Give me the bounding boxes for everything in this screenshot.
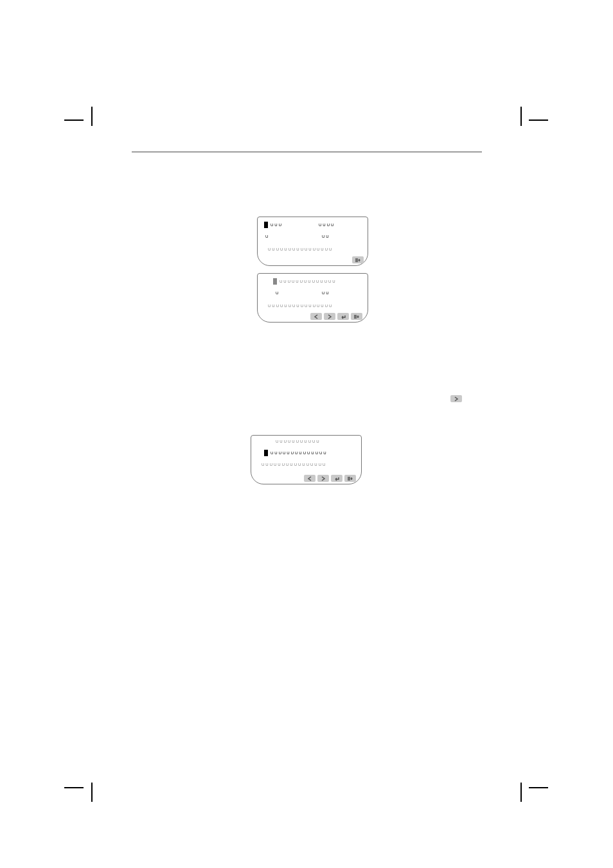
cursor-block [264, 222, 268, 228]
lcd-panel-2: UUUUUUUUUUUUUU U UU UUUUUUUUUUUUUUUU [257, 273, 368, 323]
lcd3-actions [304, 475, 356, 482]
crop-mark-tl-v [91, 107, 93, 126]
prev-icon[interactable] [304, 475, 315, 482]
lcd2-row3: UUUUUUUUUUUUUUUU [268, 304, 333, 308]
crop-mark-tl-h [64, 120, 84, 121]
lcd1-row1-right: UUUU [319, 223, 335, 227]
lcd-panel-3: UUUUUUUUUUU UUUUUUUUUUUUUU UUUUUUUUUUUUU… [251, 435, 362, 484]
crop-mark-tr-v [520, 107, 522, 126]
prev-icon[interactable] [310, 313, 322, 320]
cursor-block [264, 450, 268, 456]
lcd1-row2-right: UU [322, 235, 330, 238]
lcd1-row1-left: UUU [271, 223, 283, 227]
next-icon[interactable] [324, 313, 335, 320]
lcd2-row2-left: U [276, 291, 280, 295]
lcd1-row2-left: U [265, 235, 269, 238]
lcd1-actions [352, 256, 364, 263]
list-add-icon[interactable] [351, 313, 362, 320]
lcd-panel-1: UUU UUUU U UU UUUUUUUUUUUUUUUU [257, 217, 368, 266]
crop-mark-br-h [529, 787, 548, 788]
crop-mark-bl-v [91, 783, 93, 802]
crop-mark-tr-h [529, 120, 548, 121]
lcd3-row1: UUUUUUUUUUU [276, 439, 321, 443]
lcd3-row2: UUUUUUUUUUUUUU [271, 451, 328, 455]
list-add-icon[interactable] [344, 475, 356, 482]
lcd3-row3: UUUUUUUUUUUUUUUU [262, 463, 326, 466]
lcd2-row2-right: UU [322, 291, 330, 295]
next-icon-inline[interactable] [450, 395, 462, 402]
lcd2-actions [310, 313, 362, 320]
crop-mark-bl-h [64, 787, 84, 788]
lcd1-row3: UUUUUUUUUUUUUUUU [268, 247, 333, 251]
cursor-block [273, 278, 277, 285]
crop-mark-br-v [520, 783, 522, 802]
list-add-icon[interactable] [352, 256, 364, 263]
enter-icon[interactable] [331, 475, 342, 482]
enter-icon[interactable] [337, 313, 349, 320]
section-divider [132, 152, 482, 152]
lcd2-row1: UUUUUUUUUUUUUU [280, 279, 337, 283]
next-icon[interactable] [317, 475, 329, 482]
